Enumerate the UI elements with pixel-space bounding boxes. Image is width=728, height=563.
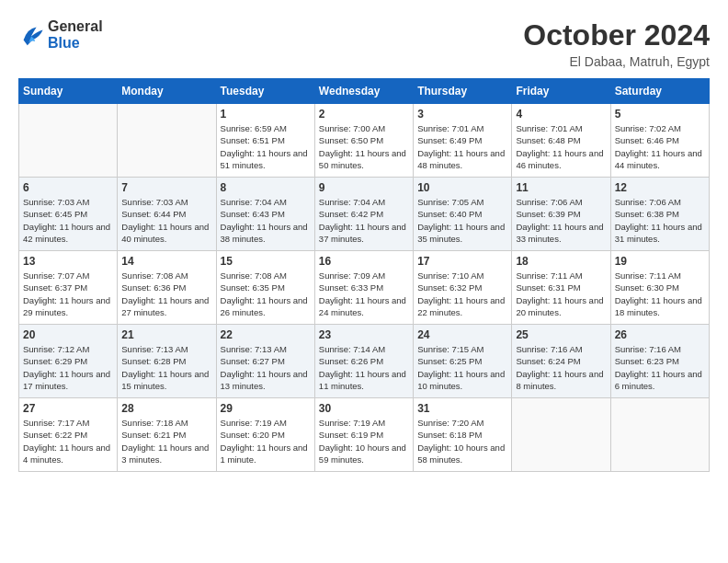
day-number: 16 (319, 255, 409, 268)
day-number: 10 (417, 181, 507, 194)
calendar-week-row: 27Sunrise: 7:17 AMSunset: 6:22 PMDayligh… (19, 398, 710, 472)
calendar-cell: 10Sunrise: 7:05 AMSunset: 6:40 PMDayligh… (414, 178, 512, 251)
day-number: 9 (319, 181, 409, 194)
cell-details: Sunrise: 7:05 AMSunset: 6:40 PMDaylight:… (417, 196, 507, 245)
calendar-cell: 27Sunrise: 7:17 AMSunset: 6:22 PMDayligh… (19, 398, 118, 472)
calendar-cell: 15Sunrise: 7:08 AMSunset: 6:35 PMDayligh… (216, 251, 314, 325)
day-number: 4 (516, 108, 606, 121)
calendar-cell: 26Sunrise: 7:16 AMSunset: 6:23 PMDayligh… (610, 325, 709, 398)
day-number: 29 (221, 402, 311, 415)
weekday-header-monday: Monday (118, 79, 216, 104)
day-number: 14 (121, 255, 211, 268)
weekday-header-tuesday: Tuesday (216, 79, 314, 104)
calendar-cell (118, 104, 216, 178)
calendar-cell: 2Sunrise: 7:00 AMSunset: 6:50 PMDaylight… (314, 104, 413, 178)
logo-bird-icon (18, 22, 44, 48)
calendar-cell: 14Sunrise: 7:08 AMSunset: 6:36 PMDayligh… (118, 251, 216, 325)
cell-details: Sunrise: 7:06 AMSunset: 6:39 PMDaylight:… (516, 196, 606, 245)
cell-details: Sunrise: 7:14 AMSunset: 6:26 PMDaylight:… (319, 343, 409, 392)
day-number: 19 (615, 255, 705, 268)
day-number: 28 (121, 402, 211, 415)
calendar-cell: 13Sunrise: 7:07 AMSunset: 6:37 PMDayligh… (19, 251, 118, 325)
calendar-cell: 1Sunrise: 6:59 AMSunset: 6:51 PMDaylight… (216, 104, 314, 178)
calendar-cell: 28Sunrise: 7:18 AMSunset: 6:21 PMDayligh… (118, 398, 216, 472)
calendar-cell (19, 104, 118, 178)
calendar-cell: 16Sunrise: 7:09 AMSunset: 6:33 PMDayligh… (314, 251, 413, 325)
cell-details: Sunrise: 7:13 AMSunset: 6:27 PMDaylight:… (221, 343, 311, 392)
day-number: 21 (121, 328, 211, 341)
cell-details: Sunrise: 7:16 AMSunset: 6:23 PMDaylight:… (615, 343, 705, 392)
cell-details: Sunrise: 7:01 AMSunset: 6:49 PMDaylight:… (417, 122, 507, 171)
day-number: 7 (121, 181, 211, 194)
weekday-header-saturday: Saturday (610, 79, 709, 104)
calendar-cell: 5Sunrise: 7:02 AMSunset: 6:46 PMDaylight… (610, 104, 709, 178)
calendar-cell: 19Sunrise: 7:11 AMSunset: 6:30 PMDayligh… (610, 251, 709, 325)
month-title: October 2024 (523, 18, 710, 52)
cell-details: Sunrise: 7:20 AMSunset: 6:18 PMDaylight:… (417, 417, 507, 465)
weekday-header-sunday: Sunday (19, 79, 118, 104)
calendar-cell: 22Sunrise: 7:13 AMSunset: 6:27 PMDayligh… (216, 325, 314, 398)
cell-details: Sunrise: 7:02 AMSunset: 6:46 PMDaylight:… (615, 122, 705, 171)
calendar-cell: 8Sunrise: 7:04 AMSunset: 6:43 PMDaylight… (216, 178, 314, 251)
cell-details: Sunrise: 7:04 AMSunset: 6:43 PMDaylight:… (221, 196, 311, 245)
day-number: 17 (417, 255, 507, 268)
calendar-cell (610, 398, 709, 472)
calendar-cell: 12Sunrise: 7:06 AMSunset: 6:38 PMDayligh… (610, 178, 709, 251)
cell-details: Sunrise: 7:19 AMSunset: 6:20 PMDaylight:… (221, 417, 311, 465)
day-number: 30 (319, 402, 409, 415)
weekday-header-thursday: Thursday (414, 79, 512, 104)
calendar-week-row: 6Sunrise: 7:03 AMSunset: 6:45 PMDaylight… (19, 178, 710, 251)
calendar-cell: 17Sunrise: 7:10 AMSunset: 6:32 PMDayligh… (414, 251, 512, 325)
calendar-table: SundayMondayTuesdayWednesdayThursdayFrid… (18, 78, 710, 472)
calendar-cell: 29Sunrise: 7:19 AMSunset: 6:20 PMDayligh… (216, 398, 314, 472)
day-number: 20 (23, 328, 113, 341)
cell-details: Sunrise: 7:12 AMSunset: 6:29 PMDaylight:… (23, 343, 113, 392)
calendar-cell: 20Sunrise: 7:12 AMSunset: 6:29 PMDayligh… (19, 325, 118, 398)
cell-details: Sunrise: 7:19 AMSunset: 6:19 PMDaylight:… (319, 417, 409, 465)
calendar-cell: 11Sunrise: 7:06 AMSunset: 6:39 PMDayligh… (512, 178, 610, 251)
calendar-cell: 9Sunrise: 7:04 AMSunset: 6:42 PMDaylight… (314, 178, 413, 251)
day-number: 31 (417, 402, 507, 415)
day-number: 11 (516, 181, 606, 194)
calendar-cell: 21Sunrise: 7:13 AMSunset: 6:28 PMDayligh… (118, 325, 216, 398)
cell-details: Sunrise: 7:00 AMSunset: 6:50 PMDaylight:… (319, 122, 409, 171)
cell-details: Sunrise: 7:11 AMSunset: 6:31 PMDaylight:… (516, 270, 606, 318)
cell-details: Sunrise: 6:59 AMSunset: 6:51 PMDaylight:… (221, 122, 311, 171)
calendar-cell: 3Sunrise: 7:01 AMSunset: 6:49 PMDaylight… (414, 104, 512, 178)
day-number: 13 (23, 255, 113, 268)
location: El Dabaa, Matruh, Egypt (523, 54, 710, 69)
day-number: 3 (417, 108, 507, 121)
day-number: 27 (23, 402, 113, 415)
calendar-cell: 24Sunrise: 7:15 AMSunset: 6:25 PMDayligh… (414, 325, 512, 398)
day-number: 1 (221, 108, 311, 121)
cell-details: Sunrise: 7:03 AMSunset: 6:45 PMDaylight:… (23, 196, 113, 245)
cell-details: Sunrise: 7:04 AMSunset: 6:42 PMDaylight:… (319, 196, 409, 245)
day-number: 2 (319, 108, 409, 121)
cell-details: Sunrise: 7:11 AMSunset: 6:30 PMDaylight:… (615, 270, 705, 318)
page-header: General Blue October 2024 El Dabaa, Matr… (18, 18, 710, 69)
day-number: 24 (417, 328, 507, 341)
calendar-cell: 25Sunrise: 7:16 AMSunset: 6:24 PMDayligh… (512, 325, 610, 398)
weekday-header-wednesday: Wednesday (314, 79, 413, 104)
logo-text: General Blue (48, 18, 103, 51)
day-number: 15 (221, 255, 311, 268)
day-number: 23 (319, 328, 409, 341)
cell-details: Sunrise: 7:03 AMSunset: 6:44 PMDaylight:… (121, 196, 211, 245)
day-number: 22 (221, 328, 311, 341)
calendar-week-row: 20Sunrise: 7:12 AMSunset: 6:29 PMDayligh… (19, 325, 710, 398)
cell-details: Sunrise: 7:18 AMSunset: 6:21 PMDaylight:… (121, 417, 211, 465)
calendar-cell (512, 398, 610, 472)
title-block: October 2024 El Dabaa, Matruh, Egypt (523, 18, 710, 69)
cell-details: Sunrise: 7:08 AMSunset: 6:36 PMDaylight:… (121, 270, 211, 318)
calendar-cell: 31Sunrise: 7:20 AMSunset: 6:18 PMDayligh… (414, 398, 512, 472)
calendar-cell: 23Sunrise: 7:14 AMSunset: 6:26 PMDayligh… (314, 325, 413, 398)
cell-details: Sunrise: 7:17 AMSunset: 6:22 PMDaylight:… (23, 417, 113, 465)
day-number: 12 (615, 181, 705, 194)
calendar-cell: 18Sunrise: 7:11 AMSunset: 6:31 PMDayligh… (512, 251, 610, 325)
day-number: 8 (221, 181, 311, 194)
cell-details: Sunrise: 7:06 AMSunset: 6:38 PMDaylight:… (615, 196, 705, 245)
day-number: 18 (516, 255, 606, 268)
cell-details: Sunrise: 7:07 AMSunset: 6:37 PMDaylight:… (23, 270, 113, 318)
cell-details: Sunrise: 7:15 AMSunset: 6:25 PMDaylight:… (417, 343, 507, 392)
logo: General Blue (18, 18, 103, 51)
